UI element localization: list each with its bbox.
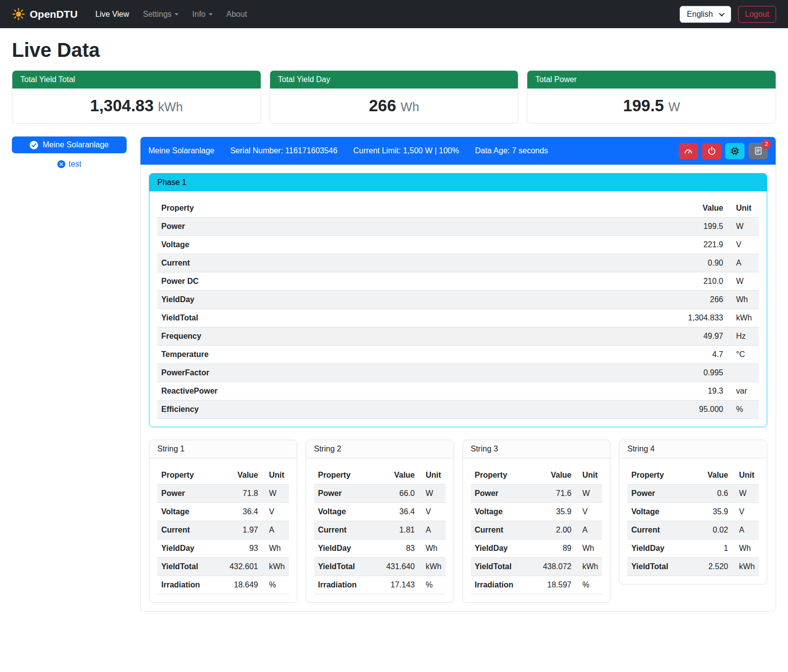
inverter-name: Meine Solaranlage: [148, 146, 214, 155]
sidebar-item-meine-solaranlage[interactable]: Meine Solaranlage: [12, 136, 127, 153]
value-cell: 83: [372, 539, 418, 558]
navbar: OpenDTU Live View Settings Info About En…: [0, 0, 788, 28]
table-row: YieldTotal438.072kWh: [471, 558, 603, 576]
sidebar-item-test[interactable]: test: [12, 160, 127, 169]
table-row: Irradiation17.143%: [314, 576, 446, 594]
power-button[interactable]: [702, 143, 721, 159]
sidebar-item-label: Meine Solaranlage: [43, 140, 108, 149]
phase-body: Property Value Unit Power199.5WVoltage22…: [149, 191, 767, 427]
column-header-unit: Unit: [732, 466, 759, 485]
value-cell: 1,304.833: [498, 309, 727, 327]
table-row: YieldDay266Wh: [157, 291, 759, 309]
unit-cell: W: [727, 272, 759, 291]
value-cell: 1.81: [372, 521, 418, 539]
unit-cell: V: [732, 503, 759, 521]
property-cell: Power DC: [157, 272, 498, 291]
property-cell: YieldDay: [157, 539, 216, 558]
limit-settings-button[interactable]: [679, 143, 698, 159]
inverter-limit: Current Limit: 1,500 W | 100%: [353, 146, 459, 155]
table-row: Frequency49.97Hz: [157, 327, 759, 346]
unit-cell: A: [732, 521, 759, 539]
value-cell: 36.4: [216, 503, 262, 521]
unit-cell: W: [419, 485, 446, 503]
property-cell: YieldTotal: [314, 558, 373, 576]
value-cell: 431.640: [372, 558, 418, 576]
nav-item-about[interactable]: About: [221, 6, 253, 23]
table-row: PowerFactor0.995: [157, 364, 759, 382]
column-header-value: Value: [216, 466, 262, 485]
unit-cell: °C: [727, 346, 759, 364]
unit-cell: A: [262, 521, 289, 539]
card-body: 1,304.83kWh: [12, 89, 261, 123]
device-info-button[interactable]: [725, 143, 744, 159]
string-card-4: String 4 Property Value Unit: [619, 440, 767, 584]
unit-cell: %: [727, 401, 759, 419]
brand[interactable]: OpenDTU: [12, 7, 78, 21]
value-cell: 18.597: [529, 576, 575, 594]
value-cell: 2.00: [529, 521, 575, 539]
column-header-value: Value: [498, 199, 727, 218]
column-header-value: Value: [372, 466, 418, 485]
phase-table: Property Value Unit Power199.5WVoltage22…: [157, 199, 759, 419]
unit-cell: V: [575, 503, 602, 521]
chevron-down-icon: [719, 10, 724, 16]
card-header: Total Yield Total: [12, 71, 261, 89]
unit-cell: Wh: [575, 539, 602, 558]
string-card-3: String 3 Property Value Unit: [463, 440, 611, 603]
property-cell: Temperature: [157, 346, 498, 364]
check-circle-icon: [30, 141, 38, 149]
property-cell: Current: [157, 521, 216, 539]
nav-item-settings[interactable]: Settings: [137, 6, 185, 23]
table-row: Efficiency95.000%: [157, 401, 759, 419]
language-select[interactable]: English: [680, 6, 731, 23]
unit-cell: %: [575, 576, 602, 594]
sun-icon: [12, 7, 25, 21]
value-cell: 221.9: [498, 236, 727, 254]
value-cell: 2.520: [692, 558, 732, 576]
card-total-power: Total Power 199.5W: [527, 70, 776, 124]
table-row: Current0.02A: [627, 521, 759, 539]
unit-cell: W: [262, 485, 289, 503]
column-header-property: Property: [471, 466, 530, 485]
table-row: Current1.81A: [314, 521, 446, 539]
unit-cell: kWh: [575, 558, 602, 576]
table-row: YieldTotal2.520kWh: [627, 558, 759, 576]
value-cell: 0.995: [498, 364, 727, 382]
table-row: Power66.0W: [314, 485, 446, 503]
value-cell: 89: [529, 539, 575, 558]
property-cell: Power: [314, 485, 373, 503]
property-cell: YieldDay: [471, 539, 530, 558]
card-body: 266Wh: [270, 89, 518, 123]
card-unit: Wh: [401, 100, 419, 114]
table-row: Irradiation18.597%: [471, 576, 603, 594]
unit-cell: Wh: [262, 539, 289, 558]
value-cell: 35.9: [529, 503, 575, 521]
nav-item-info[interactable]: Info: [186, 6, 219, 23]
nav-item-live-view[interactable]: Live View: [90, 6, 135, 23]
table-row: Power0.6W: [627, 485, 759, 503]
property-cell: Frequency: [157, 327, 498, 346]
unit-cell: var: [727, 382, 759, 401]
property-cell: Power: [627, 485, 691, 503]
property-cell: Voltage: [627, 503, 691, 521]
property-cell: Power: [471, 485, 530, 503]
inverter-data-age: Data Age: 7 seconds: [475, 146, 548, 155]
chevron-down-icon: [175, 13, 179, 15]
value-cell: 19.3: [498, 382, 727, 401]
value-cell: 95.000: [498, 401, 727, 419]
property-cell: Current: [157, 254, 498, 272]
language-value: English: [687, 10, 713, 19]
value-cell: 66.0: [372, 485, 418, 503]
unit-cell: kWh: [419, 558, 446, 576]
property-cell: Voltage: [157, 236, 498, 254]
value-cell: 438.072: [529, 558, 575, 576]
value-cell: 17.143: [372, 576, 418, 594]
property-cell: Efficiency: [157, 401, 498, 419]
card-value: 199.5: [623, 96, 664, 115]
string-title: String 2: [306, 440, 454, 458]
table-row: Power DC210.0W: [157, 272, 759, 291]
event-log-button[interactable]: 2: [748, 143, 768, 159]
property-cell: Voltage: [314, 503, 373, 521]
table-row: YieldDay83Wh: [314, 539, 446, 558]
logout-button[interactable]: Logout: [738, 6, 776, 23]
